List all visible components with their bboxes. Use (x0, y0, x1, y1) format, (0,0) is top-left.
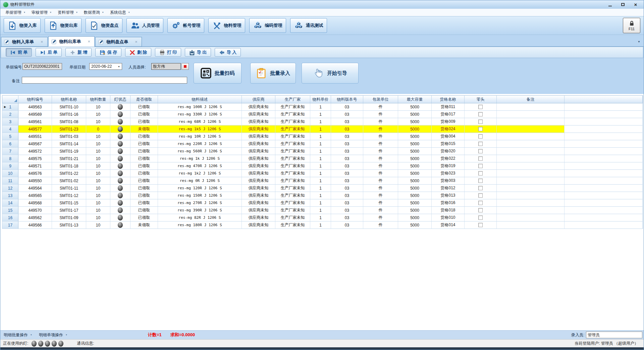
column-header-code[interactable]: 物料编号 (18, 96, 52, 103)
column-header-capacity[interactable]: 最大容量 (398, 96, 432, 103)
table-row[interactable]: 8449575SMT01-2110已领取res-mg 1k J 1206 S供应… (2, 155, 643, 162)
delete-button[interactable]: 删 除 (125, 48, 151, 57)
fragment-checkbox[interactable] (478, 119, 483, 124)
column-header-maker[interactable]: 生产厂家 (275, 96, 310, 103)
detail-single-ops-dropdown[interactable]: 明细单项操作 ▼ (36, 332, 71, 338)
fragment-checkbox[interactable] (478, 156, 483, 161)
table-row[interactable]: 2449569SMT01-1610已领取res-mg 330R J 1206 S… (2, 111, 643, 118)
column-header-rack[interactable]: 货格名称 (432, 96, 465, 103)
table-row[interactable]: 11449550SMT01-0210已领取res-mg 0R J 1206 S供… (2, 177, 643, 185)
fragment-checkbox[interactable] (478, 127, 483, 131)
column-header-unit[interactable]: 包装单位 (363, 96, 398, 103)
fragment-checkbox[interactable] (478, 223, 483, 227)
column-header-qty[interactable]: 物料数量 (86, 96, 110, 103)
print-button[interactable]: 打 印 (155, 48, 181, 57)
row-number: 9 (9, 164, 11, 168)
column-header-version[interactable]: 物料版本号 (331, 96, 363, 103)
menu-item-system-info[interactable]: 系统信息▼ (107, 9, 133, 16)
table-row[interactable]: 9449571SMT01-1810已领取res-mg 470R J 1206 S… (2, 162, 643, 170)
menu-item-data-manage[interactable]: 资料管理▼ (55, 9, 81, 16)
table-row[interactable]: 6449567SMT01-1410已领取res-mg 220R J 1206 S… (2, 140, 643, 148)
fragment-checkbox[interactable] (478, 201, 483, 205)
cell-note (497, 192, 565, 199)
minimize-button[interactable] (607, 2, 613, 7)
fragment-checkbox[interactable] (478, 171, 483, 176)
material-manage-button[interactable]: 物料管理 (208, 18, 245, 33)
add-new-button[interactable]: 新 增 (65, 48, 92, 57)
fragment-checkbox[interactable] (478, 179, 483, 183)
tab-close-icon[interactable]: × (41, 39, 43, 44)
fragment-checkbox[interactable] (478, 215, 483, 220)
next-record-button[interactable]: 后 单 (36, 48, 62, 57)
recorder-input[interactable] (586, 332, 642, 338)
export-button[interactable]: 导 出 (185, 48, 211, 57)
detail-batch-ops-dropdown[interactable]: 明细批量操作 ▼ (0, 332, 36, 338)
account-manage-button[interactable]: 帐号管理 (167, 18, 204, 33)
column-header-light[interactable]: 灯状态 (110, 96, 130, 103)
column-header-name[interactable]: 物料名称 (52, 96, 86, 103)
column-header-supplier[interactable]: 供应商 (242, 96, 275, 103)
tab-close-icon[interactable]: × (88, 39, 91, 44)
fragment-checkbox[interactable] (478, 105, 483, 109)
maximize-button[interactable] (620, 2, 626, 7)
personnel-manage-button[interactable]: 人员管理 (126, 18, 163, 33)
table-row[interactable]: 14449568SMT01-1510已领取res-mg 270R J 1206 … (2, 199, 643, 207)
tab-inbound-order[interactable]: 物料入库单× (1, 37, 48, 47)
column-header-tail[interactable] (565, 96, 643, 103)
start-guide-button[interactable]: 开始引导 (302, 63, 359, 84)
table-row[interactable]: 17449566SMT01-1310未领取res-mg 180R J 1206 … (2, 221, 643, 229)
table-row[interactable]: ▶1449563SMT01-1010已领取res-mg 100R J 1206 … (2, 103, 643, 111)
material-outbound-button[interactable]: 物资出库 (45, 18, 82, 33)
save-button[interactable]: 保 存 (95, 48, 121, 57)
code-manage-button[interactable]: 编码管理 (249, 18, 286, 33)
close-button[interactable]: × (633, 2, 638, 7)
table-row[interactable]: 13449565SMT01-1210已领取res-mg 150R J 1206 … (2, 192, 643, 199)
column-header-taken[interactable]: 是否领取 (130, 96, 158, 103)
fragment-checkbox[interactable] (478, 193, 483, 198)
fragment-checkbox[interactable] (478, 186, 483, 190)
cell-light (110, 148, 130, 155)
person-pick-button[interactable] (181, 63, 189, 70)
material-inbound-button[interactable]: 物资入库 (4, 18, 41, 33)
lock-f11-button[interactable]: F11 (623, 18, 640, 33)
import-button[interactable]: 导 入 (215, 48, 241, 57)
tab-stockcheck-order[interactable]: 物料盘点单× (95, 37, 142, 47)
menu-item-doc-manage[interactable]: 单据管理▼ (2, 9, 29, 16)
column-header-rownum[interactable] (2, 96, 18, 103)
person-input[interactable] (151, 63, 181, 70)
table-row[interactable]: 7449572SMT01-1910已领取res-mg 560R J 1206 S… (2, 148, 643, 155)
comm-test-button[interactable]: 通讯测试 (290, 18, 327, 33)
prev-record-button[interactable]: 前 单 (6, 48, 32, 57)
menu-item-audit-manage[interactable]: 审核管理▼ (29, 9, 55, 16)
status-lights (32, 341, 63, 347)
fragment-checkbox[interactable] (478, 134, 483, 139)
stock-check-button[interactable]: 物资盘点 (86, 18, 122, 33)
cell-taken: 已领取 (130, 103, 158, 110)
tabstrip-chevron-down-icon[interactable]: ▼ (638, 40, 640, 43)
fragment-checkbox[interactable] (478, 208, 483, 212)
doc-date-select[interactable]: 2020-06-22 ▼ (89, 63, 122, 70)
table-row[interactable]: 4449577SMT01-230未领取res-mg 1k5 J 1206 S供应… (2, 126, 643, 133)
tab-close-icon[interactable]: × (135, 39, 138, 44)
fragment-checkbox[interactable] (478, 164, 483, 168)
table-row[interactable]: 3449561SMT01-0810已领取res-mg 68R J 1206 S供… (2, 118, 643, 126)
column-header-frag[interactable]: 零头 (465, 96, 497, 103)
table-row[interactable]: 15449570SMT01-1710已领取res-mg 390R J 1206 … (2, 207, 643, 214)
table-row[interactable]: 10449576SMT01-2210已领取res-mg 1k2 J 1206 S… (2, 170, 643, 177)
fragment-checkbox[interactable] (478, 149, 483, 153)
note-input[interactable] (22, 77, 187, 84)
tab-outbound-order[interactable]: 物料出库单× (48, 36, 95, 47)
menu-item-data-query[interactable]: 数据查询▼ (81, 9, 107, 16)
table-row[interactable]: 5449551SMT01-0310已领取res-mg 10R J 1206 S供… (2, 133, 643, 140)
fragment-checkbox[interactable] (478, 112, 483, 116)
table-row[interactable]: 12449564SMT01-1110已领取res-mg 120R J 1206 … (2, 185, 643, 192)
app-icon (3, 2, 8, 7)
column-header-note[interactable]: 备注 (497, 96, 565, 103)
doc-no-input[interactable] (22, 63, 62, 70)
column-header-price[interactable]: 物料单价 (310, 96, 331, 103)
batch-entry-button[interactable]: 批量录入 (250, 63, 296, 84)
column-header-desc[interactable]: 物料描述 (158, 96, 242, 103)
table-row[interactable]: 16449562SMT01-0910已领取res-mg 82R J 1206 S… (2, 214, 643, 221)
fragment-checkbox[interactable] (478, 142, 483, 146)
batch-scan-button[interactable]: 批量扫码 (194, 63, 241, 84)
